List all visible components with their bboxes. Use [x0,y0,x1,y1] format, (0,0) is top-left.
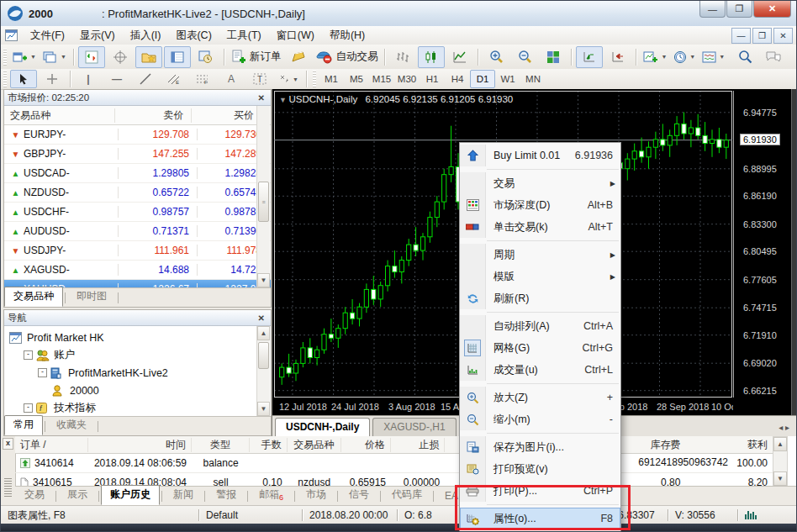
terminal-tab-账户历史[interactable]: 账户历史 [101,485,160,505]
context-menu-item-打印预览(v)[interactable]: 打印预览(v) [460,458,620,480]
tree-expander-icon[interactable]: - [38,368,47,377]
terminal-grip[interactable] [4,478,12,497]
terminal-tab-警报[interactable]: 警报 [207,485,245,505]
timeframe-W1[interactable]: W1 [495,70,520,88]
mdi-button-1[interactable]: ❐ [752,28,772,44]
auto-scroll-button[interactable] [576,46,603,68]
zoom-out-button[interactable] [511,46,538,68]
mdi-button-2[interactable]: ✕ [773,28,793,44]
close-icon[interactable]: ✕ [256,93,267,103]
periods-button[interactable]: ▼ [671,46,698,68]
tree-expander-icon[interactable]: - [24,350,33,360]
market-watch-row[interactable]: ▲NZDUSD-0.657220.65745 [4,183,271,203]
window-close-button[interactable]: ✕ [753,1,791,18]
terminal-tab-代码库[interactable]: 代码库 [383,485,431,505]
context-menu-item-放大(Z)[interactable]: 放大(Z)+ [460,387,620,408]
context-menu-item-自动排列(A)[interactable]: 自动排列(A)Ctrl+A [460,315,620,337]
menu-item-3[interactable]: 图表(C) [168,28,219,43]
navigator-item[interactable]: 20000 [4,382,271,399]
context-menu-item-Buy Limit 0.01[interactable]: Buy Limit 0.016.91936 [460,145,620,166]
fibonacci-tool-button[interactable]: F [189,70,216,88]
menu-item-5[interactable]: 窗口(W) [269,28,322,43]
timeframe-H4[interactable]: H4 [445,70,470,88]
market-watch-row[interactable]: ▲USDCAD-1.298051.29828 [4,164,271,183]
navigator-item[interactable]: -账户 [4,346,271,364]
terminal-tab-信号[interactable]: 信号 [340,485,378,505]
market-watch-tab-0[interactable]: 交易品种 [4,287,63,307]
terminal-row[interactable]: 34106142018.09.14 08:06:59balance100.006… [15,454,773,473]
timeframe-D1[interactable]: D1 [470,70,495,88]
context-menu-item-刷新(R)[interactable]: 刷新(R) [460,287,620,309]
window-minimize-button[interactable]: — [699,1,726,18]
context-menu-item-市场深度(D)[interactable]: 市场深度(D)Alt+B [460,194,620,216]
menu-item-6[interactable]: 帮助(H) [322,28,372,43]
chat-icon[interactable] [760,46,787,68]
window-restore-button[interactable]: ❐ [726,1,752,18]
menu-item-4[interactable]: 工具(T) [219,28,269,43]
bar-chart-button[interactable] [389,46,416,68]
market-watch-scrollbar[interactable]: ≡ ▼ [256,106,270,287]
terminal-tab-邮箱[interactable]: 邮箱6 [250,485,293,505]
market-watch-row[interactable]: ▲USDCHF-0.987570.98781 [4,203,271,222]
terminal-tab-展示[interactable]: 展示 [58,485,97,505]
timeframe-MN[interactable]: MN [520,70,546,88]
close-icon[interactable]: ✕ [256,313,267,323]
navigator-toggle-button[interactable] [135,46,162,68]
context-menu-item-保存为图片(i)...[interactable]: 保存为图片(i)... [460,436,620,458]
indicators-button[interactable]: ▼ [641,46,669,68]
context-menu-item-成交量(u)[interactable]: 成交量(u)Ctrl+L [460,359,620,381]
tree-expander-icon[interactable]: - [24,403,33,413]
tile-windows-button[interactable] [540,46,567,68]
new-order-button[interactable]: 新订单 [229,46,284,68]
candlestick-chart-button[interactable] [418,46,445,68]
context-menu-item-缩小(m)[interactable]: 缩小(m)- [460,408,620,430]
navigator-item[interactable]: -f技术指标 [4,399,271,417]
navigator-item[interactable]: Profit Market HK [4,329,271,346]
channel-tool-button[interactable]: E [161,70,187,88]
chart-tab-scroll-arrows[interactable]: ◂ ▸ [779,423,789,432]
menu-item-1[interactable]: 显示(V) [72,28,123,43]
text-label-tool-button[interactable]: T [246,70,273,88]
market-watch-row[interactable]: ▼GBPJPY-147.255147.289 [4,145,271,164]
chart-tab-1[interactable]: XAGUSD-,H1 [372,418,456,436]
context-menu-item-网格(G)[interactable]: 网格(G)Ctrl+G [460,337,620,359]
new-chart-button[interactable]: ▼ [10,46,39,68]
timeframe-H1[interactable]: H1 [420,70,445,88]
market-watch-row[interactable]: ▲XAGUSD-14.68814.722 [4,261,271,280]
status-profile[interactable]: Default [199,509,302,521]
terminal-scrollbar[interactable]: ▲ ▼ [773,436,788,487]
market-watch-tab-1[interactable]: 即时图 [67,287,116,307]
trendline-tool-button[interactable] [132,70,159,88]
horizontal-line-tool-button[interactable]: — [103,70,130,88]
profiles-button[interactable]: ▼ [40,46,69,68]
navigator-tab-1[interactable]: 收藏夹 [47,415,96,435]
terminal-close-icon[interactable]: x [3,438,13,450]
news-button[interactable] [285,46,312,68]
menu-item-0[interactable]: 文件(F) [23,28,72,43]
chart-tab-0[interactable]: USDCNH-,Daily [275,418,370,436]
cursor-tool-button[interactable] [10,70,37,88]
strategy-tester-button[interactable] [193,46,219,68]
data-window-button[interactable] [107,46,134,68]
context-menu-item-单击交易(k)[interactable]: 单击交易(k)Alt+T [460,216,620,238]
navigator-item[interactable]: -ProfitMarketHK-Live2 [4,364,271,382]
terminal-tab-新闻[interactable]: 新闻 [164,485,203,505]
terminal-tab-市场[interactable]: 市场 [297,485,335,505]
timeframe-M30[interactable]: M30 [394,70,420,88]
market-watch-row[interactable]: ▲AUDUSD-0.713710.71390 [4,222,271,241]
market-watch-toggle-button[interactable] [78,46,105,68]
navigator-scrollbar[interactable]: ▲ ▼ [256,326,270,416]
chart-shift-button[interactable] [604,46,631,68]
arrows-tool-button[interactable]: ▼ [275,70,302,88]
mdi-button-0[interactable]: — [731,28,751,44]
market-watch-row[interactable]: ▼USDJPY-111.961111.978 [4,241,271,261]
search-icon[interactable] [731,46,758,68]
timeframe-M15[interactable]: M15 [369,70,394,88]
timeframe-M1[interactable]: M1 [319,70,344,88]
line-chart-button[interactable] [446,46,473,68]
menu-item-2[interactable]: 插入(I) [123,28,169,43]
templates-button[interactable]: ▼ [699,46,727,68]
terminal-tab-交易[interactable]: 交易 [15,485,54,505]
chart-edge-scrollbar[interactable] [791,89,797,416]
market-watch-row[interactable]: ▼EURJPY-129.708129.730 [4,125,271,145]
